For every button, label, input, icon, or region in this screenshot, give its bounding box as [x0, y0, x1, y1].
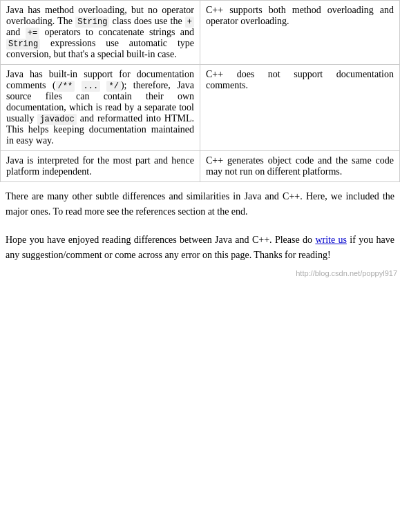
- code-string2: String: [6, 39, 40, 50]
- closing-before: Hope you have enjoyed reading difference…: [6, 235, 315, 245]
- cpp-cell-3: C++ generates object code and the same c…: [200, 151, 400, 182]
- code-javadoc: javadoc: [37, 114, 76, 125]
- code-string: String: [75, 17, 109, 28]
- code-pluseq: +=: [26, 28, 39, 39]
- cpp-cell-1: C++ supports both method overloading and…: [200, 1, 400, 65]
- code-plus: +: [185, 17, 194, 28]
- summary-paragraph: There are many other subtle differences …: [0, 182, 400, 226]
- write-us-link[interactable]: write us: [315, 235, 347, 245]
- watermark: http://blog.csdn.net/poppyl917: [0, 269, 400, 279]
- cpp-cell-2: C++ does not support documentation comme…: [200, 65, 400, 151]
- code-javadoc-open: /**: [56, 81, 75, 92]
- java-cell-2: Java has built-in support for documentat…: [1, 65, 200, 151]
- page-content: Java has method overloading, but no oper…: [0, 0, 400, 279]
- java-cell-3: Java is interpreted for the most part an…: [1, 151, 200, 182]
- table-row: Java has method overloading, but no oper…: [1, 1, 400, 65]
- code-javadoc-dots: ...: [82, 81, 101, 92]
- closing-paragraph: Hope you have enjoyed reading difference…: [0, 226, 400, 269]
- table-row: Java is interpreted for the most part an…: [1, 151, 400, 182]
- table-row: Java has built-in support for documentat…: [1, 65, 400, 151]
- summary-text: There are many other subtle differences …: [6, 191, 394, 217]
- comparison-table: Java has method overloading, but no oper…: [0, 0, 400, 182]
- code-javadoc-close: */: [106, 81, 120, 92]
- java-cell-1: Java has method overloading, but no oper…: [1, 1, 200, 65]
